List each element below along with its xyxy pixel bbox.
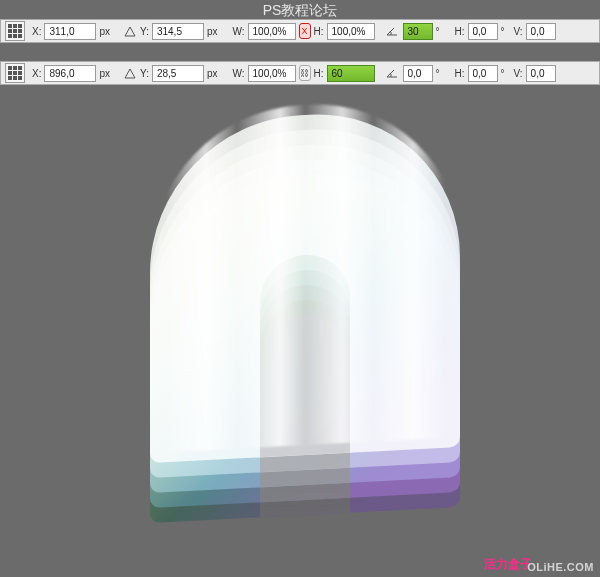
y-input[interactable] <box>152 23 204 40</box>
skew-h-unit: ° <box>501 26 505 37</box>
angle-input[interactable] <box>403 23 433 40</box>
skew-v-input[interactable] <box>526 23 556 40</box>
h-input[interactable] <box>327 23 375 40</box>
h-label: H: <box>314 26 324 37</box>
angle-icon <box>384 66 400 80</box>
skew-v-label: V: <box>514 68 523 79</box>
shape-highlights <box>150 97 460 453</box>
link-icon[interactable]: ⛓ <box>299 65 311 81</box>
x-label: X: <box>32 68 41 79</box>
x-unit: px <box>99 68 110 79</box>
x-input[interactable] <box>44 23 96 40</box>
w-input[interactable] <box>248 23 296 40</box>
reference-point-grid-icon[interactable] <box>5 63 25 83</box>
y-unit: px <box>207 26 218 37</box>
y-label: Y: <box>140 68 149 79</box>
x-label: X: <box>32 26 41 37</box>
svg-marker-1 <box>125 69 135 78</box>
angle-input[interactable] <box>403 65 433 82</box>
delta-icon[interactable] <box>123 66 137 80</box>
angle-unit: ° <box>436 68 440 79</box>
transform-options-bar-2: X: px Y: px W: ⛓ H: ° H: ° V: <box>0 61 600 85</box>
skew-v-label: V: <box>514 26 523 37</box>
delta-icon[interactable] <box>123 24 137 38</box>
skew-h-label: H: <box>455 26 465 37</box>
transform-options-bar-1: X: px Y: px W: X H: ° H: ° V: <box>0 19 600 43</box>
x-unit: px <box>99 26 110 37</box>
w-label: W: <box>232 26 244 37</box>
w-input[interactable] <box>248 65 296 82</box>
x-input[interactable] <box>44 65 96 82</box>
h-input[interactable] <box>327 65 375 82</box>
skew-h-input[interactable] <box>468 23 498 40</box>
link-broken-icon[interactable]: X <box>299 23 311 39</box>
skew-h-input[interactable] <box>468 65 498 82</box>
w-label: W: <box>232 68 244 79</box>
y-label: Y: <box>140 26 149 37</box>
canvas-area[interactable] <box>0 0 600 577</box>
skew-h-label: H: <box>455 68 465 79</box>
reference-point-grid-icon[interactable] <box>5 21 25 41</box>
svg-marker-0 <box>125 27 135 36</box>
skew-v-input[interactable] <box>526 65 556 82</box>
angle-unit: ° <box>436 26 440 37</box>
angle-icon <box>384 24 400 38</box>
y-input[interactable] <box>152 65 204 82</box>
skew-h-unit: ° <box>501 68 505 79</box>
y-unit: px <box>207 68 218 79</box>
h-label: H: <box>314 68 324 79</box>
layered-arch-shape <box>150 107 460 503</box>
